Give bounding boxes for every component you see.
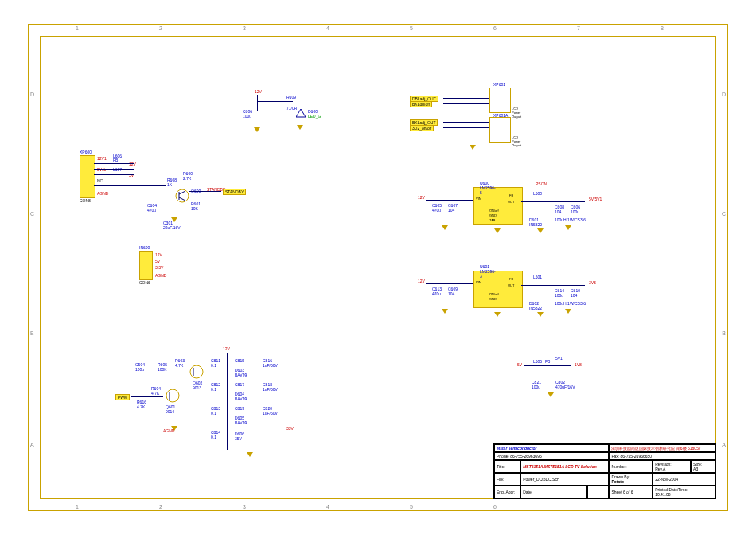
u600-out-net: 5V/5V1 bbox=[589, 197, 602, 201]
in600-5v: 5V bbox=[155, 259, 160, 264]
u601-gnd: GND bbox=[489, 297, 497, 301]
d604v: BAV99 bbox=[235, 396, 247, 401]
u601-out-net: 3V3 bbox=[589, 280, 596, 285]
r609-ref: R609 bbox=[286, 95, 296, 100]
row-c-r: C bbox=[722, 211, 726, 217]
xp600-net1: 12V1 bbox=[97, 156, 107, 161]
svg-marker-0 bbox=[296, 109, 306, 117]
xp600-net5: NC bbox=[97, 178, 103, 183]
d601v: IN5822 bbox=[529, 222, 542, 227]
date-label: Date: bbox=[520, 486, 586, 498]
gnd-icon bbox=[494, 312, 501, 317]
col-5-top: 5 bbox=[410, 25, 413, 31]
svg-line-3 bbox=[179, 191, 185, 194]
company: Mstar semiconductor bbox=[494, 444, 609, 452]
gnd-icon bbox=[442, 225, 448, 230]
title-label: Title: bbox=[494, 460, 520, 473]
col-1-bot: 1 bbox=[76, 504, 79, 510]
c605v: 470u bbox=[432, 208, 441, 213]
c816v: 1uF/50V bbox=[263, 363, 278, 368]
company-cn: 深圳科技园南区国际技术创新研究院 南6楼 518057 bbox=[609, 444, 715, 452]
c817: C817 bbox=[235, 382, 244, 387]
u600-12v: 12V bbox=[418, 195, 425, 200]
c813v: 0.1 bbox=[211, 411, 216, 416]
c610v: 104 bbox=[571, 293, 577, 298]
pwm-port: PWM bbox=[115, 394, 130, 400]
c504v: 100u bbox=[135, 367, 144, 372]
33v-net: 33V bbox=[286, 426, 294, 431]
xp600-ref: XP600 bbox=[80, 150, 92, 154]
u600-gnd: GND bbox=[489, 213, 497, 217]
c812v: 0.1 bbox=[211, 387, 216, 392]
schematic-page: 1 2 3 4 5 6 7 8 1 2 3 4 5 6 D C B A D C … bbox=[0, 0, 756, 535]
r604v: 4.7K bbox=[151, 391, 159, 396]
col-8-top: 8 bbox=[661, 25, 664, 31]
u601-vin: VIN bbox=[476, 280, 481, 284]
xp600-con: CON8 bbox=[80, 198, 91, 203]
xp600-net2: 12V bbox=[129, 162, 136, 166]
c301v: 22uF/16V bbox=[163, 225, 181, 230]
c820v: 1uF/50V bbox=[263, 411, 278, 416]
u600-fb: FB bbox=[509, 193, 513, 197]
svg-line-4 bbox=[179, 197, 185, 201]
c811v: 0.1 bbox=[211, 363, 216, 368]
d606v: 35V bbox=[235, 436, 242, 441]
l605: L605 bbox=[533, 359, 542, 364]
eng-label: Eng. Appr: bbox=[494, 486, 520, 498]
r600v: 2.7K bbox=[183, 176, 191, 181]
xp601-ref: XP601 bbox=[493, 82, 505, 87]
u600-out: OUT bbox=[508, 200, 514, 204]
a12v: 12V bbox=[223, 346, 230, 351]
in600-con: CON6 bbox=[139, 280, 150, 285]
d602v: IN5822 bbox=[529, 306, 542, 310]
col-3-bot: 3 bbox=[243, 504, 246, 510]
c606-val: 100u bbox=[243, 114, 251, 119]
xp600-net8: AGND bbox=[97, 191, 108, 196]
xp600-net3: 5Vsb bbox=[97, 167, 106, 172]
c814v: 0.1 bbox=[211, 435, 216, 439]
c821v: 100u bbox=[532, 385, 540, 389]
svg-point-7 bbox=[190, 365, 203, 378]
file: Power_DCtoDC.Sch bbox=[520, 473, 609, 486]
q601-icon bbox=[166, 389, 180, 403]
q602v: 9013 bbox=[193, 385, 201, 390]
c802: 5V1 bbox=[555, 356, 563, 361]
u600-tab: TAB bbox=[489, 218, 495, 222]
gnd-icon bbox=[537, 228, 544, 233]
pson: PSON bbox=[536, 182, 547, 186]
file-label: File: bbox=[494, 473, 520, 486]
net-12v: 12V bbox=[255, 89, 262, 94]
number-label: Number: bbox=[609, 460, 653, 473]
row-b-r: B bbox=[722, 330, 726, 336]
xp601-conn bbox=[489, 88, 511, 113]
l601: L601 bbox=[533, 275, 542, 279]
col-4-bot: 4 bbox=[326, 504, 329, 510]
gnd-icon bbox=[442, 309, 448, 314]
gnd-icon bbox=[537, 312, 544, 317]
fax: Fax: 86-755-26966650 bbox=[609, 452, 715, 460]
u601-fb: FB bbox=[509, 277, 513, 281]
c607v: 104 bbox=[448, 208, 454, 213]
col-2-top: 2 bbox=[159, 25, 162, 31]
gnd-icon bbox=[254, 127, 260, 132]
title: MST6151A/MST5151A LCD TV Solution bbox=[520, 460, 609, 473]
gnd-icon bbox=[171, 217, 177, 222]
col-1-top: 1 bbox=[76, 25, 79, 31]
in600-agnd: AGND bbox=[155, 273, 166, 278]
gnd-icon bbox=[494, 228, 501, 233]
r601v: 10K bbox=[191, 206, 198, 211]
xp601a-desc: LCD Power Output bbox=[512, 135, 521, 147]
c604v: 470u bbox=[147, 208, 156, 213]
xp601a-conn bbox=[489, 117, 511, 143]
in600-3v3: 3.3V bbox=[155, 265, 163, 270]
u601-out: OUT bbox=[508, 283, 514, 287]
l601v: 100uH/1W/CS3.6 bbox=[555, 301, 586, 306]
gnd-icon bbox=[565, 225, 571, 230]
led-icon bbox=[296, 109, 306, 119]
u601-part: LM2596-3 bbox=[480, 269, 496, 279]
gnd-icon bbox=[470, 145, 476, 150]
q602-icon bbox=[189, 365, 204, 379]
gnd-icon bbox=[548, 392, 554, 397]
r608v: 1K bbox=[167, 182, 172, 187]
col-6-top: 6 bbox=[493, 25, 497, 31]
